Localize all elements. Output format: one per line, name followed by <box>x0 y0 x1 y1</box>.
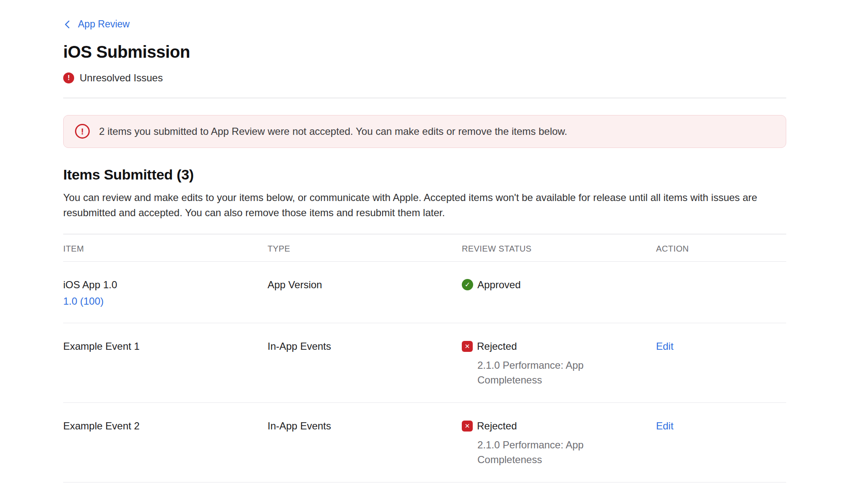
table-body: iOS App 1.0 1.0 (100) App Version ✓ Appr… <box>63 262 786 483</box>
column-header-item: ITEM <box>63 244 268 254</box>
breadcrumb: App Review <box>63 19 786 31</box>
submission-status: ! Unresolved Issues <box>63 72 786 84</box>
unresolved-issues-icon: ! <box>63 72 74 83</box>
column-header-type: TYPE <box>268 244 462 254</box>
alert-message: 2 items you submitted to App Review were… <box>99 126 567 137</box>
submission-status-label: Unresolved Issues <box>80 72 163 84</box>
status-label: Approved <box>477 279 521 291</box>
table-row: Example Event 1 In-App Events ✕ Rejected… <box>63 323 786 403</box>
approved-icon: ✓ <box>462 279 473 290</box>
header-divider <box>63 98 786 98</box>
review-status-cell: ✕ Rejected 2.1.0 Performance: App Comple… <box>462 340 656 387</box>
item-type: In-App Events <box>268 340 331 352</box>
rejected-icon: ✕ <box>462 421 473 432</box>
table-row: iOS App 1.0 1.0 (100) App Version ✓ Appr… <box>63 262 786 323</box>
chevron-left-icon <box>63 19 72 29</box>
item-name: Example Event 2 <box>63 420 259 432</box>
status-line: ✓ Approved <box>462 279 648 291</box>
rejected-icon: ✕ <box>462 341 473 352</box>
item-name: iOS App 1.0 <box>63 279 259 291</box>
action-cell <box>656 279 786 308</box>
rejection-reason: 2.1.0 Performance: App Completeness <box>477 437 602 467</box>
status-label: Rejected <box>477 340 517 353</box>
back-link-app-review[interactable]: App Review <box>63 19 130 30</box>
status-label: Rejected <box>477 420 517 432</box>
item-cell: Example Event 2 <box>63 420 268 467</box>
type-cell: In-App Events <box>268 420 462 467</box>
items-submitted-description: You can review and make edits to your it… <box>63 190 786 220</box>
status-line: ✕ Rejected <box>462 340 648 353</box>
rejection-reason: 2.1.0 Performance: App Completeness <box>477 358 602 387</box>
status-line: ✕ Rejected <box>462 420 648 432</box>
page-title: iOS Submission <box>63 42 786 62</box>
type-cell: In-App Events <box>268 340 462 387</box>
items-table: ITEM TYPE REVIEW STATUS ACTION iOS App 1… <box>63 234 786 483</box>
review-status-cell: ✕ Rejected 2.1.0 Performance: App Comple… <box>462 420 656 467</box>
alert-exclamation-icon: ! <box>75 124 90 139</box>
column-header-review-status: REVIEW STATUS <box>462 244 656 254</box>
back-link-label: App Review <box>78 19 130 30</box>
items-submitted-heading: Items Submitted (3) <box>63 166 786 183</box>
item-type: In-App Events <box>268 420 331 432</box>
rejection-alert-banner: ! 2 items you submitted to App Review we… <box>63 115 786 148</box>
ios-submission-page: App Review iOS Submission ! Unresolved I… <box>0 0 786 483</box>
action-cell: Edit <box>656 420 786 467</box>
edit-link[interactable]: Edit <box>656 340 673 352</box>
item-cell: Example Event 1 <box>63 340 268 387</box>
edit-link[interactable]: Edit <box>656 420 673 432</box>
table-row: Example Event 2 In-App Events ✕ Rejected… <box>63 403 786 483</box>
action-cell: Edit <box>656 340 786 387</box>
column-header-action: ACTION <box>656 244 786 254</box>
review-status-cell: ✓ Approved <box>462 279 656 308</box>
item-version-link[interactable]: 1.0 (100) <box>63 295 104 308</box>
item-type: App Version <box>268 279 322 290</box>
table-header-row: ITEM TYPE REVIEW STATUS ACTION <box>63 234 786 262</box>
item-name: Example Event 1 <box>63 340 259 353</box>
item-cell: iOS App 1.0 1.0 (100) <box>63 279 268 308</box>
type-cell: App Version <box>268 279 462 308</box>
